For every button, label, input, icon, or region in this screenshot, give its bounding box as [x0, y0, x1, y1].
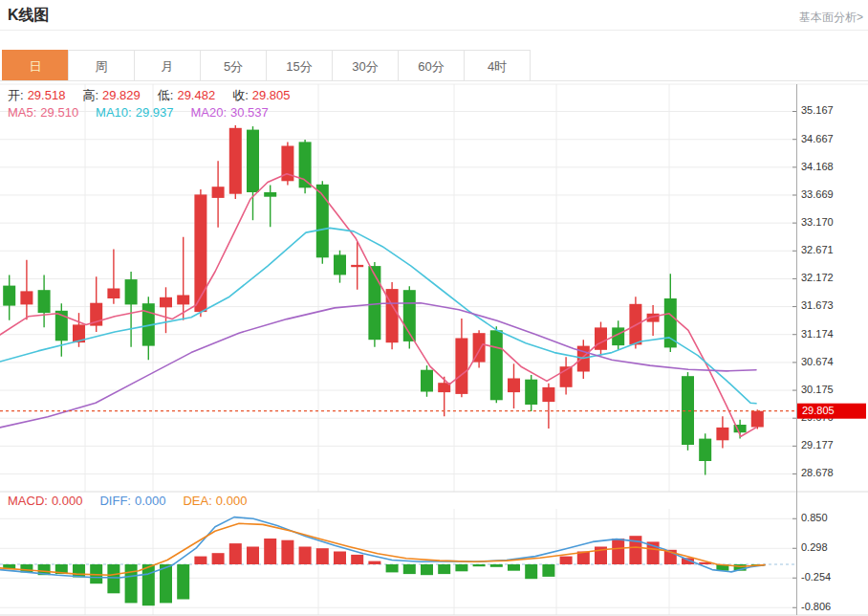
y-axis-label: 31.174: [801, 328, 834, 340]
macd-bar: [334, 552, 346, 565]
macd-bar: [281, 540, 293, 564]
macd-bar: [525, 564, 537, 579]
current-price-badge: 29.805: [797, 404, 866, 419]
open-readout: 开:29.518: [8, 88, 69, 102]
macd-bar: [142, 564, 155, 605]
macd-bar: [247, 547, 259, 565]
candle: [595, 327, 607, 349]
dea-value: 0.000: [216, 494, 248, 508]
high-value: 29.829: [102, 88, 141, 102]
macd-axis-label: 0.298: [801, 541, 828, 553]
candle: [334, 254, 346, 275]
candle: [751, 411, 764, 428]
diff-value: 0.000: [135, 494, 166, 508]
low-label: 低:: [158, 88, 174, 102]
macd-bar: [490, 564, 503, 567]
y-axis-label: 30.175: [801, 384, 834, 395]
macd-bar: [229, 543, 242, 564]
candle: [125, 279, 138, 304]
y-axis-label: 28.678: [801, 467, 834, 478]
diff-readout: DIFF:0.000: [99, 494, 169, 508]
y-axis-label: 35.167: [801, 104, 834, 116]
close-value: 29.805: [252, 88, 291, 102]
candle: [368, 266, 380, 340]
close-readout: 收:29.805: [232, 88, 293, 102]
y-axis-label: 32.671: [801, 244, 834, 255]
macd-bar: [542, 564, 554, 577]
macd-bar: [386, 564, 399, 572]
y-axis-label: 31.673: [801, 299, 834, 311]
candle: [177, 296, 189, 305]
close-label: 收:: [232, 88, 249, 102]
macd-axis-label: 0.850: [801, 512, 828, 523]
macd-bar: [160, 564, 172, 603]
candle: [264, 192, 276, 197]
macd-bar: [177, 564, 189, 600]
macd-label: MACD:: [8, 494, 48, 508]
macd-axis-label: -0.254: [801, 571, 831, 583]
open-label: 开:: [8, 88, 24, 102]
macd-readout: MACD:0.000: [8, 494, 86, 508]
ma20-label: MA20:: [190, 105, 227, 120]
macd-bar: [403, 564, 416, 574]
macd-bar: [421, 564, 433, 575]
y-axis-label: 34.168: [801, 161, 834, 172]
macd-bar: [508, 564, 520, 571]
candle: [508, 379, 520, 393]
macd-axis-label: -0.806: [801, 601, 831, 612]
candle: [699, 439, 711, 461]
ohlc-readout: 开:29.518高:29.829低:29.482收:29.805: [8, 87, 308, 104]
macd-bar: [316, 548, 329, 564]
y-axis-label: 33.170: [801, 216, 834, 228]
y-axis-label: 34.667: [801, 133, 834, 144]
macd-bar: [212, 553, 225, 564]
dea-label: DEA:: [183, 494, 211, 508]
ma10-readout: MA10:29.937: [96, 105, 177, 120]
macd-bar: [438, 564, 450, 574]
diff-label: DIFF:: [99, 494, 131, 508]
macd-bar: [264, 539, 276, 564]
candle: [455, 339, 467, 394]
ma10-value: 29.937: [136, 105, 174, 120]
y-axis-label: 30.674: [801, 356, 834, 367]
candle: [160, 297, 172, 308]
candle: [421, 370, 433, 392]
candle: [490, 330, 503, 400]
macd-bar: [455, 564, 467, 571]
macd-bar: [194, 557, 206, 564]
macd-bar: [299, 547, 312, 565]
macd-bar: [107, 564, 119, 593]
macd-bar: [351, 555, 363, 564]
macd-bar: [368, 561, 380, 564]
candle: [38, 290, 51, 313]
macd-bar: [560, 557, 573, 564]
open-value: 29.518: [28, 88, 66, 102]
ma-readout: MA5:29.510MA10:29.937MA20:30.537: [8, 105, 286, 120]
macd-value: 0.000: [52, 494, 83, 508]
ma10-label: MA10:: [96, 105, 132, 120]
candle: [247, 130, 259, 192]
y-axis-label: 32.172: [801, 272, 834, 283]
ma5-readout: MA5:29.510: [8, 105, 82, 120]
candle: [351, 265, 363, 267]
ma5-label: MA5:: [8, 105, 36, 120]
candle: [229, 128, 242, 194]
macd-readout: MACD:0.000DIFF:0.000DEA:0.000: [8, 494, 264, 508]
y-axis-label: 33.669: [801, 188, 834, 200]
macd-bar: [473, 564, 486, 566]
ma20-readout: MA20:30.537: [190, 105, 271, 120]
low-value: 29.482: [177, 88, 215, 102]
high-readout: 高:29.829: [82, 88, 143, 102]
macd-bar: [73, 564, 85, 578]
candle: [542, 387, 554, 402]
candle: [716, 428, 728, 440]
ma5-value: 29.510: [40, 105, 78, 120]
macd-bar: [125, 564, 138, 603]
dea-readout: DEA:0.000: [183, 494, 250, 508]
high-label: 高:: [82, 88, 98, 102]
candle: [194, 194, 206, 312]
ma20-value: 30.537: [230, 105, 269, 120]
candle: [107, 289, 119, 299]
y-axis-label: 29.177: [801, 439, 834, 451]
svg-text:29.805: 29.805: [802, 405, 835, 416]
